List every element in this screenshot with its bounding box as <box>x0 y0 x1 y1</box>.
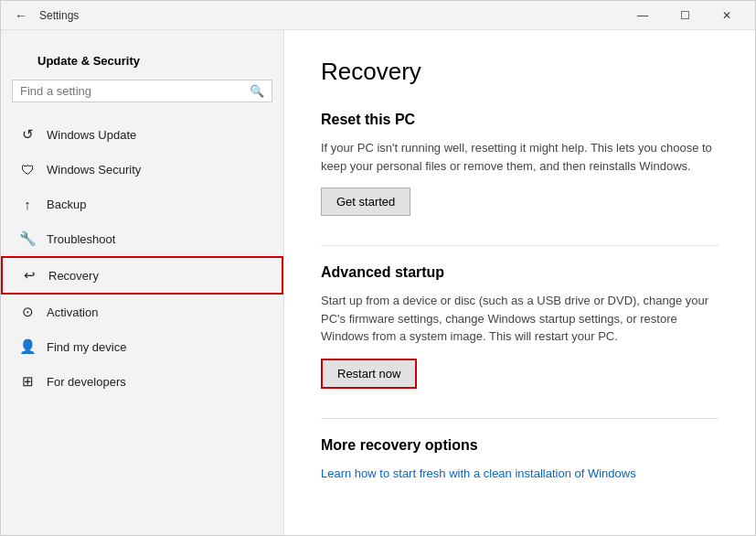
reset-pc-desc: If your PC isn't running well, resetting… <box>321 139 719 175</box>
get-started-button[interactable]: Get started <box>321 188 410 216</box>
back-button[interactable]: ← <box>8 3 34 28</box>
titlebar: ← Settings — ☐ ✕ <box>1 1 755 30</box>
advanced-startup-desc: Start up from a device or disc (such as … <box>321 292 719 346</box>
minimize-button[interactable]: — <box>622 1 664 30</box>
search-icon: 🔍 <box>250 84 264 98</box>
sidebar-section-title: Update & Security <box>19 47 158 77</box>
page-title: Recovery <box>321 58 719 86</box>
clean-install-link[interactable]: Learn how to start fresh with a clean in… <box>321 466 636 480</box>
main-content: Recovery Reset this PC If your PC isn't … <box>284 30 755 535</box>
settings-window: ← Settings — ☐ ✕ Update & Security 🔍 ↺ W… <box>0 0 756 536</box>
content-area: Update & Security 🔍 ↺ Windows Update 🛡 W… <box>1 30 755 535</box>
activation-icon: ⊙ <box>19 304 36 320</box>
sidebar-item-label: Troubleshoot <box>47 232 115 246</box>
wrench-icon: 🔧 <box>19 230 36 247</box>
backup-icon: ↑ <box>19 196 36 212</box>
sidebar-item-troubleshoot[interactable]: 🔧 Troubleshoot <box>1 221 283 256</box>
sidebar-item-label: Activation <box>47 306 98 319</box>
more-options-title: More recovery options <box>321 437 719 454</box>
sidebar-item-label: Find my device <box>47 340 126 354</box>
shield-icon: 🛡 <box>19 161 36 177</box>
sidebar-item-find-device[interactable]: 👤 Find my device <box>1 329 283 364</box>
sidebar-item-label: Recovery <box>48 269 99 283</box>
restart-now-button[interactable]: Restart now <box>321 359 417 389</box>
recovery-icon: ↩ <box>21 267 37 284</box>
sidebar-item-windows-security[interactable]: 🛡 Windows Security <box>1 152 283 187</box>
sidebar-item-windows-update[interactable]: ↺ Windows Update <box>1 117 283 152</box>
advanced-startup-title: Advanced startup <box>321 264 719 281</box>
developers-icon: ⊞ <box>19 373 36 390</box>
close-button[interactable]: ✕ <box>706 1 748 30</box>
sidebar-item-activation[interactable]: ⊙ Activation <box>1 295 283 329</box>
maximize-button[interactable]: ☐ <box>664 1 706 30</box>
divider-1 <box>321 245 719 246</box>
sidebar-item-recovery[interactable]: ↩ Recovery <box>1 256 283 295</box>
divider-2 <box>321 418 719 419</box>
sidebar-item-label: Windows Update <box>47 128 136 142</box>
sidebar-item-backup[interactable]: ↑ Backup <box>1 187 283 221</box>
sidebar: Update & Security 🔍 ↺ Windows Update 🛡 W… <box>1 30 284 535</box>
search-input[interactable] <box>20 84 250 98</box>
search-box[interactable]: 🔍 <box>12 80 272 102</box>
back-icon: ← <box>15 8 27 23</box>
sidebar-item-label: For developers <box>47 375 126 389</box>
window-title: Settings <box>39 9 622 22</box>
sidebar-item-label: Backup <box>47 198 86 211</box>
person-icon: 👤 <box>19 338 36 355</box>
refresh-icon: ↺ <box>19 126 36 143</box>
sidebar-item-developers[interactable]: ⊞ For developers <box>1 364 283 399</box>
reset-pc-title: Reset this PC <box>321 112 719 128</box>
window-controls: — ☐ ✕ <box>622 1 748 30</box>
sidebar-item-label: Windows Security <box>47 163 141 177</box>
sidebar-header: Update & Security <box>1 30 283 80</box>
